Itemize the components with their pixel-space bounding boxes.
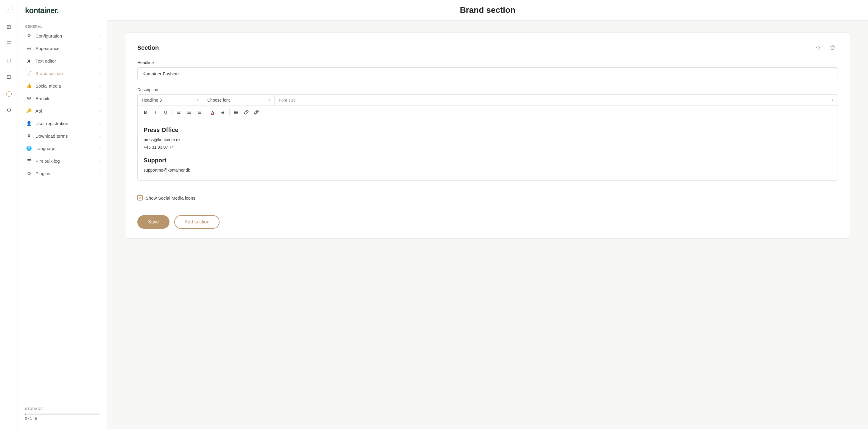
rte-fontsize-select[interactable]: Font size ▾ bbox=[275, 95, 838, 105]
email-icon: ✉ bbox=[26, 95, 32, 101]
rte-toolbar: B I U bbox=[137, 106, 838, 119]
rte-style-chevron: ▾ bbox=[197, 98, 199, 102]
sidebar-item-label: Configuration bbox=[35, 33, 99, 38]
sidebar-item-label: Social media bbox=[35, 84, 99, 89]
rte-style-select[interactable]: Headline 3 ▾ bbox=[137, 95, 203, 105]
sidebar-item-download-terms[interactable]: ⬇ Download terms › bbox=[18, 130, 107, 142]
configuration-icon: ⚙ bbox=[26, 33, 32, 39]
sidebar-item-appearance[interactable]: ◎ Appearance › bbox=[18, 42, 107, 55]
unlink-button[interactable] bbox=[252, 108, 261, 117]
sidebar-item-social-media[interactable]: 👍 Social media › bbox=[18, 80, 107, 92]
logo: kontainer. bbox=[18, 6, 107, 22]
svg-rect-1 bbox=[177, 112, 180, 113]
sidebar: kontainer. GENERAL ⚙ Configuration › ◎ A… bbox=[18, 0, 107, 429]
sidebar-item-label: E-mails bbox=[35, 96, 99, 101]
chat-icon[interactable]: ◻ bbox=[4, 55, 14, 65]
sidebar-item-configuration[interactable]: ⚙ Configuration › bbox=[18, 30, 107, 42]
pim-icon: ☰ bbox=[26, 158, 32, 164]
sidebar-item-text-editor[interactable]: A Text editor › bbox=[18, 55, 107, 67]
chevron-right-icon: › bbox=[99, 71, 100, 76]
svg-point-11 bbox=[234, 112, 235, 113]
bottom-actions: Save Add section bbox=[137, 215, 838, 229]
headline-field-group: Headline bbox=[137, 60, 838, 80]
svg-rect-8 bbox=[198, 113, 202, 114]
save-button[interactable]: Save bbox=[137, 215, 169, 229]
divider-2 bbox=[137, 208, 838, 208]
sidebar-item-label: User registration bbox=[35, 121, 99, 126]
social-media-checkbox-row: ✓ Show Social Media icons bbox=[137, 195, 838, 201]
grid-icon[interactable]: ⊞ bbox=[4, 22, 14, 32]
rte-fontsize-chevron: ▾ bbox=[832, 98, 833, 102]
rte-top-bar: Headline 3 ▾ Choose font ▾ Font size ▾ bbox=[137, 95, 838, 106]
briefcase-icon[interactable]: ⊡ bbox=[4, 71, 14, 82]
social-media-checkbox-label: Show Social Media icons bbox=[146, 195, 195, 201]
chevron-right-icon: › bbox=[99, 134, 100, 138]
delete-button[interactable] bbox=[827, 42, 838, 53]
api-icon: 🔑 bbox=[26, 108, 32, 114]
headline-input[interactable] bbox=[137, 67, 838, 80]
sidebar-item-label: Plugins bbox=[35, 171, 99, 176]
chevron-right-icon: › bbox=[99, 146, 100, 151]
show-social-media-checkbox[interactable]: ✓ bbox=[137, 195, 143, 201]
text-icon: A bbox=[26, 58, 32, 64]
chevron-right-icon: › bbox=[99, 159, 100, 163]
main-body: Section bbox=[107, 21, 868, 429]
gear-icon[interactable]: ⚙ bbox=[4, 105, 14, 116]
sidebar-item-plugins[interactable]: ⚙ Plugins › bbox=[18, 167, 107, 180]
section-header: Section bbox=[137, 42, 838, 53]
sidebar-item-label: Language bbox=[35, 146, 99, 151]
link-button[interactable] bbox=[242, 108, 251, 117]
svg-rect-7 bbox=[198, 112, 202, 113]
sidebar-item-emails[interactable]: ✉ E-mails › bbox=[18, 92, 107, 104]
user-icon[interactable]: ◯ bbox=[4, 88, 14, 99]
chevron-right-icon: › bbox=[99, 46, 100, 51]
rte-heading-support: Support bbox=[144, 155, 832, 165]
checkmark-icon: ✓ bbox=[138, 196, 142, 200]
sidebar-item-language[interactable]: 🌐 Language › bbox=[18, 142, 107, 155]
sidebar-item-brand-section[interactable]: 📄 Brand section › bbox=[18, 67, 107, 80]
drag-handle-button[interactable] bbox=[813, 42, 824, 53]
align-right-button[interactable] bbox=[194, 108, 204, 117]
strikethrough-button[interactable]: S bbox=[218, 108, 227, 117]
sidebar-item-pim-bulk-log[interactable]: ☰ Pim bulk log › bbox=[18, 155, 107, 167]
storage-section: STORAGE 0 / 1 TB bbox=[18, 401, 107, 423]
svg-rect-3 bbox=[187, 111, 191, 112]
rte-content-area[interactable]: Press Office press@kontainer.dk +45 31 3… bbox=[137, 119, 838, 180]
sidebar-item-user-registration[interactable]: 👤 User registration › bbox=[18, 117, 107, 130]
add-section-button[interactable]: Add section bbox=[174, 215, 220, 229]
list-icon[interactable]: ☰ bbox=[4, 38, 14, 49]
page-title: Brand section bbox=[460, 5, 516, 15]
underline-button[interactable]: U bbox=[161, 108, 170, 117]
font-color-button[interactable]: A bbox=[208, 108, 217, 117]
section-actions bbox=[813, 42, 838, 53]
toolbar-divider-3 bbox=[229, 109, 230, 115]
sidebar-item-api[interactable]: 🔑 Api › bbox=[18, 104, 107, 117]
align-left-button[interactable] bbox=[174, 108, 184, 117]
social-icon: 👍 bbox=[26, 83, 32, 89]
brand-icon: 📄 bbox=[26, 70, 32, 76]
svg-rect-10 bbox=[235, 111, 238, 112]
rte-font-select[interactable]: Choose font ▾ bbox=[203, 95, 275, 105]
rte-para-support-email: supportme@kontainer.dk bbox=[144, 167, 832, 174]
rte-fontsize-placeholder: Font size bbox=[279, 98, 296, 102]
storage-text: 0 / 1 TB bbox=[25, 417, 100, 421]
svg-rect-6 bbox=[197, 111, 202, 112]
align-center-button[interactable] bbox=[184, 108, 194, 117]
svg-rect-0 bbox=[177, 111, 181, 112]
bold-button[interactable]: B bbox=[141, 108, 150, 117]
svg-rect-12 bbox=[235, 112, 238, 113]
sidebar-item-label: Brand section bbox=[35, 71, 99, 76]
section-title: Section bbox=[137, 44, 159, 51]
sidebar-item-label: Pim bulk log bbox=[35, 158, 99, 163]
rte-para-email: press@kontainer.dk bbox=[144, 136, 832, 143]
sidebar-item-label: Appearance bbox=[35, 46, 99, 51]
back-arrow-button[interactable]: ‹ bbox=[5, 5, 13, 13]
main-header: Brand section bbox=[107, 0, 868, 21]
toolbar-divider-2 bbox=[206, 109, 206, 115]
rte-para-phone: +45 31 33 07 74 bbox=[144, 144, 832, 150]
svg-line-15 bbox=[255, 111, 258, 114]
list-button[interactable] bbox=[231, 108, 241, 117]
chevron-right-icon: › bbox=[99, 171, 100, 176]
download-icon: ⬇ bbox=[26, 133, 32, 139]
italic-button[interactable]: I bbox=[151, 108, 160, 117]
